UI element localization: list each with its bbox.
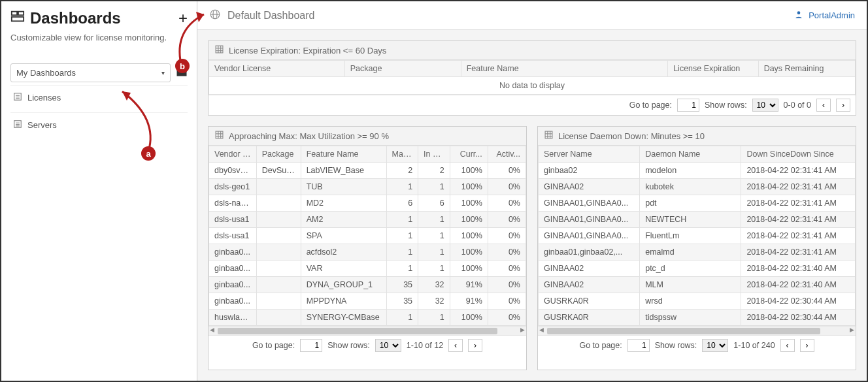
sidebar: Dashboards + Customizable view for licen… <box>1 1 197 381</box>
table-row[interactable]: GINBAA02kubotek2018-04-22 02:31:41 AM <box>539 179 856 195</box>
table-cell: ginbaa0... <box>209 261 257 277</box>
table-cell: MLM <box>640 277 741 293</box>
table-cell: 100% <box>450 212 488 228</box>
table-cell: 0% <box>488 212 526 228</box>
user-menu[interactable]: PortalAdmin <box>794 10 855 21</box>
list-icon <box>13 119 22 131</box>
sidebar-title: Dashboards <box>10 9 121 27</box>
pager-prev-button[interactable]: ‹ <box>448 339 463 352</box>
table-row[interactable]: ginbaa0...DYNA_GROUP_1353291%0% <box>209 277 526 293</box>
table-row[interactable]: GUSRKA0Rwrsd2018-04-22 02:30:44 AM <box>539 293 856 310</box>
table-cell: 0% <box>488 277 526 293</box>
table-cell: 1 <box>386 179 418 195</box>
pager-rows-select[interactable]: 10 <box>375 339 401 352</box>
table-cell: ginbaa0... <box>209 293 257 310</box>
table-row[interactable]: dby0sv0...DevSuite...LabVIEW_Base22100%0… <box>209 163 526 179</box>
table-cell: MD2 <box>301 195 386 212</box>
table-cell: 1 <box>418 212 450 228</box>
chevron-down-icon: ▾ <box>161 69 165 76</box>
table-cell: GUSRKA0R <box>539 310 640 326</box>
horizontal-scrollbar[interactable] <box>538 326 856 335</box>
table-cell: 1 <box>386 244 418 261</box>
col-header[interactable]: In Use <box>418 146 450 163</box>
table-row[interactable]: ginbaa01,ginbaa02,...emalmd2018-04-22 02… <box>539 244 856 261</box>
col-header[interactable]: Days Remaining <box>758 61 855 77</box>
pager-prev-button[interactable]: ‹ <box>780 339 795 352</box>
table-cell: dsls-usa1 <box>209 228 257 244</box>
table-cell: GUSRKA0R <box>539 293 640 310</box>
table-cell: 2 <box>386 163 418 179</box>
sidebar-item-servers[interactable]: Servers <box>10 112 188 137</box>
table-row[interactable]: GINBAA01,GINBAA0...NEWTECH2018-04-22 02:… <box>539 212 856 228</box>
col-header[interactable]: Package <box>256 146 301 163</box>
pager-page-input[interactable] <box>677 99 699 112</box>
pager-next-button[interactable]: › <box>800 339 814 352</box>
table-row[interactable]: GINBAA02MLM2018-04-22 02:31:40 AM <box>539 277 856 293</box>
add-dashboard-button[interactable]: + <box>178 9 188 27</box>
col-header[interactable]: Daemon Name <box>640 146 741 163</box>
table-cell: NEWTECH <box>640 212 741 228</box>
table-cell: SPA <box>301 228 386 244</box>
table-row[interactable]: dsls-usa1SPA11100%0% <box>209 228 526 244</box>
app-root: Dashboards + Customizable view for licen… <box>1 1 867 381</box>
pager-page-input[interactable] <box>627 339 650 352</box>
table-row[interactable]: GINBAA01,GINBAA0...pdt2018-04-22 02:31:4… <box>539 195 856 212</box>
table-row[interactable]: ginbaa0...MPPDYNA353291%0% <box>209 293 526 310</box>
pager-rows-label: Show rows: <box>705 101 747 110</box>
col-header[interactable]: Feature Name <box>301 146 386 163</box>
table-cell: 100% <box>450 195 488 212</box>
table-cell: 0% <box>488 179 526 195</box>
table-cell: FluentLm <box>640 228 741 244</box>
table-row[interactable]: dsls-usa1AM211100%0% <box>209 212 526 228</box>
table-row[interactable]: GUSRKA0Rtidspssw2018-04-22 02:30:44 AM <box>539 310 856 326</box>
col-header[interactable]: Curr... <box>450 146 488 163</box>
table-row[interactable]: dsls-nam1MD266100%0% <box>209 195 526 212</box>
table-cell: 0% <box>488 310 526 326</box>
pager-rows-select[interactable]: 10 <box>702 339 728 352</box>
col-header[interactable]: License Expiration <box>668 61 758 77</box>
col-header[interactable]: Vendor Li... <box>209 146 257 163</box>
svg-rect-0 <box>12 12 17 16</box>
table-cell: 0% <box>488 261 526 277</box>
panel-title: License Expiration: Expiration <= 60 Day… <box>229 46 386 56</box>
table-row[interactable]: dsls-geo1TUB11100%0% <box>209 179 526 195</box>
pager-prev-button[interactable]: ‹ <box>816 99 831 112</box>
table-cell <box>256 261 301 277</box>
col-header[interactable]: Activ... <box>488 146 526 163</box>
pager-range: 1-10 of 240 <box>733 341 775 350</box>
pager-rows-select[interactable]: 10 <box>752 99 778 112</box>
pager-next-button[interactable]: › <box>836 99 850 112</box>
sidebar-item-licenses[interactable]: Licenses <box>10 85 188 110</box>
pager-next-button[interactable]: › <box>468 339 482 352</box>
table-cell: 0% <box>488 244 526 261</box>
table-cell <box>256 179 301 195</box>
table-cell: 1 <box>386 228 418 244</box>
table-cell: 91% <box>450 293 488 310</box>
table-cell: 100% <box>450 179 488 195</box>
list-icon <box>13 92 22 103</box>
col-header[interactable]: Server Name <box>539 146 640 163</box>
table-cell <box>256 293 301 310</box>
table-row[interactable]: GINBAA01,GINBAA0...FluentLm2018-04-22 02… <box>539 228 856 244</box>
col-header[interactable]: Max ... <box>386 146 418 163</box>
empty-message: No data to display <box>209 77 856 95</box>
col-header[interactable]: Package <box>344 61 461 77</box>
horizontal-scrollbar[interactable] <box>209 326 526 335</box>
grid-icon <box>215 45 224 56</box>
table-cell: DYNA_GROUP_1 <box>301 277 386 293</box>
pager-page-input[interactable] <box>300 339 322 352</box>
table-row[interactable]: huswla2...SYNERGY-CMBase11100%0% <box>209 310 526 326</box>
table-cell: 100% <box>450 244 488 261</box>
table-cell: 2018-04-22 02:31:41 AM <box>741 212 856 228</box>
table-cell <box>256 310 301 326</box>
table-cell: VAR <box>301 261 386 277</box>
approaching-table: Vendor Li... Package Feature Name Max ..… <box>209 146 526 326</box>
table-row[interactable]: ginbaa0...acfdsol211100%0% <box>209 244 526 261</box>
table-row[interactable]: ginbaa0...VAR11100%0% <box>209 261 526 277</box>
col-header[interactable]: Feature Name <box>461 61 667 77</box>
table-row[interactable]: GINBAA02ptc_d2018-04-22 02:31:40 AM <box>539 261 856 277</box>
col-header[interactable]: Vendor License <box>209 61 345 77</box>
col-header[interactable]: Down SinceDown Since <box>741 146 856 163</box>
table-row[interactable]: ginbaa02modelon2018-04-22 02:31:41 AM <box>539 163 856 179</box>
dashboard-selector[interactable]: My Dashboards ▾ <box>10 63 171 82</box>
